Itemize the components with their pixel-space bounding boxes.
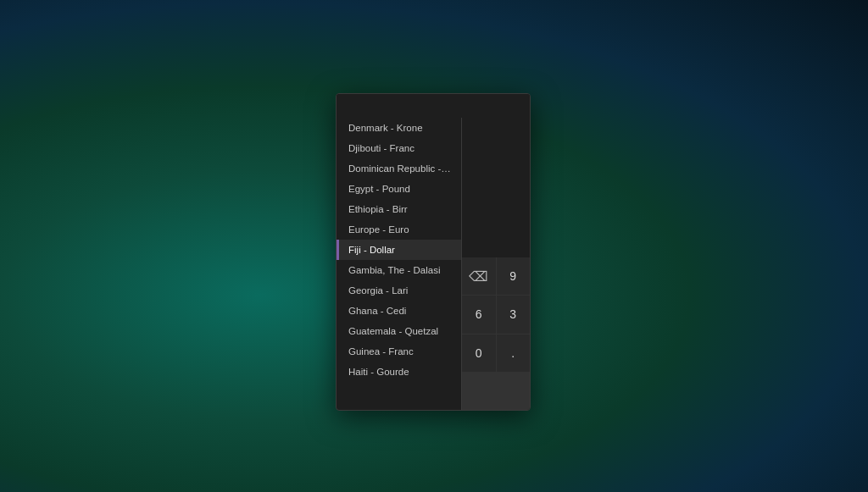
numpad-btn-btn-3[interactable]: 3 — [497, 296, 531, 333]
currency-item-ethiopia-birr[interactable]: Ethiopia - Birr — [337, 199, 461, 219]
title-bar-buttons — [494, 99, 525, 113]
currency-item-djibouti-franc[interactable]: Djibouti - Franc — [337, 138, 461, 158]
minimize-button[interactable] — [494, 99, 508, 113]
currency-item-fiji-dollar[interactable]: Fiji - Dollar — [337, 240, 461, 260]
numpad-display — [462, 118, 530, 257]
numpad-area: ⌫9630. — [462, 118, 530, 410]
title-bar — [337, 94, 530, 118]
numpad-btn-backspace[interactable]: ⌫ — [462, 257, 496, 295]
numpad-buttons: ⌫9630. — [462, 257, 530, 410]
currency-item-egypt-pound[interactable]: Egypt - Pound — [337, 179, 461, 199]
currency-item-guatemala-quetzal[interactable]: Guatemala - Quetzal — [337, 321, 461, 341]
currency-item-gambia-dalasi[interactable]: Gambia, The - Dalasi — [337, 260, 461, 280]
numpad-btn-btn-dot[interactable]: . — [497, 334, 531, 372]
currency-item-haiti-gourde[interactable]: Haiti - Gourde — [337, 362, 461, 382]
content-area: Denmark - KroneDjibouti - FrancDominican… — [337, 118, 530, 410]
currency-item-ghana-cedi[interactable]: Ghana - Cedi — [337, 301, 461, 321]
currency-item-georgia-lari[interactable]: Georgia - Lari — [337, 280, 461, 301]
currency-item-denmark-krone[interactable]: Denmark - Krone — [337, 118, 461, 138]
currency-list: Denmark - KroneDjibouti - FrancDominican… — [337, 118, 462, 410]
numpad-btn-btn-0[interactable]: 0 — [462, 334, 496, 372]
currency-item-dominican-republic-peso[interactable]: Dominican Republic - Peso — [337, 158, 461, 179]
close-button[interactable] — [511, 99, 525, 113]
numpad-btn-btn-6[interactable]: 6 — [462, 296, 496, 333]
currency-item-europe-euro[interactable]: Europe - Euro — [337, 219, 461, 240]
currency-dialog: Denmark - KroneDjibouti - FrancDominican… — [336, 93, 531, 411]
numpad-btn-btn-9[interactable]: 9 — [497, 257, 531, 295]
currency-item-guinea-franc[interactable]: Guinea - Franc — [337, 341, 461, 362]
